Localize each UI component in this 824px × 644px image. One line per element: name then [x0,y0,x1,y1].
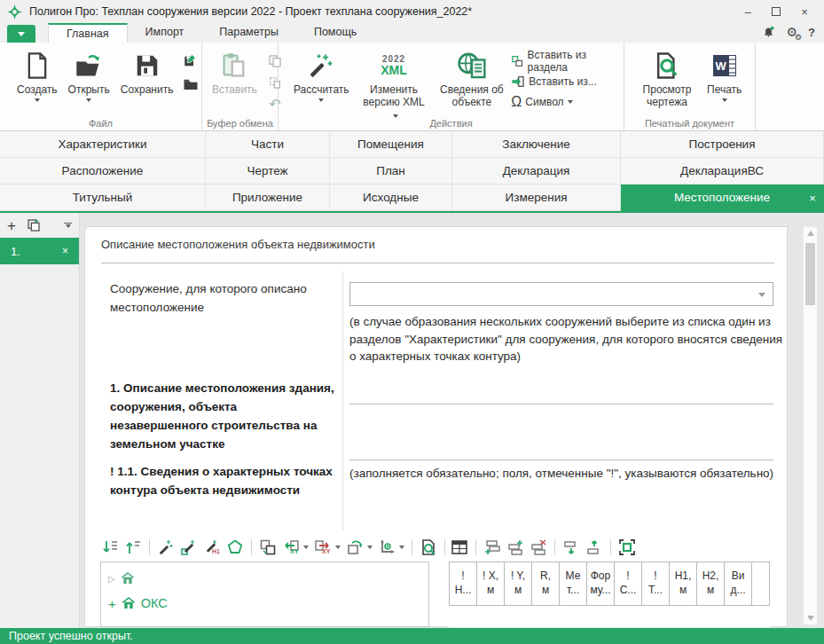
help-icon[interactable]: ? [808,26,815,39]
vertical-scrollbar[interactable] [803,226,818,625]
chevron-down-icon [18,32,25,36]
settings-gear-icon[interactable]: ⚙⚙ [786,25,797,39]
tree-item-label: ОКС [141,596,168,610]
open-button[interactable]: Открыть [64,46,114,105]
sidebar-tab-1[interactable]: 1. × [0,238,79,264]
add-section-button[interactable]: + [7,218,16,233]
dropdown-arrow-icon[interactable] [399,546,404,549]
drawing-preview-button[interactable]: Просмотр чертежа [633,46,701,112]
tab-close-button[interactable]: × [801,185,824,211]
tree-root-row[interactable]: ▷ [101,566,428,591]
move-row-up-button[interactable] [584,537,605,558]
structure-select[interactable] [349,282,773,306]
coordinate-axes-button[interactable] [376,537,397,558]
ribbon-group-actions: Рассчитать 2022 XML Изменить версию XML … [279,43,624,130]
dropdown-arrow-icon [35,98,40,102]
insert-points-below-icon [101,538,119,556]
new-document-icon [25,49,50,82]
ribbon-group-clipboard: Вставить ↶ Буфер обмена [202,43,279,130]
export-xy-button[interactable]: XY [312,537,334,558]
recent-files-button[interactable] [179,75,202,94]
panel-menu-button[interactable] [64,223,72,229]
rotate-contour-button[interactable] [344,537,365,558]
notifications-bell-icon[interactable] [762,26,775,39]
tab-izmereniya[interactable]: Измерения [452,185,621,211]
dropdown-arrow-icon[interactable] [367,546,373,549]
required-fields-hint: (заполняется обязательно; поля, отмеченн… [349,465,786,483]
tab-postroeniya[interactable]: Построения [621,131,824,158]
group-label-actions: Действия [279,118,624,129]
scroll-down-arrow[interactable] [804,616,817,621]
change-xml-version-button[interactable]: 2022 XML Изменить версию XML [356,46,433,123]
ribbon-group-file: Создать Открыть Сохранить [0,43,202,130]
tab-titulnyy[interactable]: Титульный [0,185,206,211]
dropdown-arrow-icon[interactable] [335,546,341,549]
tab-mestopolozhenie[interactable]: Местоположение [621,185,824,211]
insert-from-button[interactable]: Вставить из... [511,73,618,90]
tab-kharakteristiki[interactable]: Характеристики [0,131,206,158]
minimize-button[interactable]: – [735,3,760,20]
insert-points-below-button[interactable] [99,537,121,558]
location-line-field-1[interactable] [349,404,773,404]
scroll-up-arrow[interactable] [804,231,817,236]
object-info-button[interactable]: Сведения об объекте [434,46,509,112]
save-as-button[interactable] [179,51,202,71]
copy-contour-button[interactable] [257,537,279,558]
add-row-below-button[interactable] [482,537,503,558]
delete-row-button[interactable] [528,537,549,558]
col-x: ! X,м [476,562,505,606]
preview-contour-button[interactable] [418,537,439,558]
paste-button[interactable]: Вставить [208,46,262,99]
preview-magnifier-icon [654,49,680,82]
wand-height-icon [203,538,221,556]
table-view-button[interactable] [449,537,470,558]
insert-points-above-icon [124,538,142,556]
menu-tab-import[interactable]: Импорт [128,23,202,43]
folder-icon [183,76,199,92]
calc-height-wand-button[interactable]: H1 [201,537,223,558]
tab-iskhodnye[interactable]: Исходные [330,185,452,211]
panel-menu-icon [64,223,72,224]
close-button[interactable]: × [792,3,817,20]
tab-deklaratsiya[interactable]: Декларация [452,158,621,185]
duplicate-section-button[interactable] [27,218,41,232]
move-row-down-button[interactable] [561,537,582,558]
calc-wand-button[interactable] [155,537,177,558]
scrollbar-thumb[interactable] [805,243,815,305]
import-xy-icon [282,538,300,556]
ribbon: Создать Открыть Сохранить [0,43,824,131]
symbol-button[interactable]: Ω Символ [511,93,618,111]
tab-zaklyuchenie[interactable]: Заключение [452,131,621,158]
tab-prilozhenie[interactable]: Приложение [206,185,330,211]
tab-pomeshcheniya[interactable]: Помещения [330,131,452,158]
app-menu-button[interactable] [7,25,35,43]
add-row-above-button[interactable] [505,537,526,558]
location-line-field-2[interactable] [349,459,773,460]
menu-tab-pomosch[interactable]: Помощь [296,23,374,43]
polygon-button[interactable] [224,537,246,558]
tab-raspolozhenie[interactable]: Расположение [0,158,206,185]
maximize-button[interactable] [764,3,789,20]
tree-expander-icon[interactable]: ▷ [108,574,115,584]
menu-tab-parametry[interactable]: Параметры [201,23,296,43]
calculate-button[interactable]: Рассчитать [289,46,354,105]
dropdown-arrow-icon[interactable] [303,546,309,549]
rotate-contour-icon [346,538,364,556]
insert-points-above-button[interactable] [122,537,144,558]
menu-tab-glavnaya[interactable]: Главная [48,23,128,43]
tree-add-icon[interactable]: + [108,596,116,611]
insert-from-section-button[interactable]: Вставить из раздела [511,52,618,70]
calc-contour-wand-button[interactable] [178,537,200,558]
expand-table-button[interactable] [616,537,638,558]
tree-item-oks[interactable]: + ОКС [101,591,428,616]
import-xy-button[interactable]: XY [280,537,302,558]
create-button[interactable]: Создать [12,46,62,105]
save-button[interactable]: Сохранить [116,46,178,99]
tab-chertezh[interactable]: Чертеж [206,158,330,185]
tab-deklaratsiya-vs[interactable]: ДекларацияВС [621,158,824,185]
chevron-down-icon [758,293,765,297]
sidebar-tab-close-icon[interactable]: × [62,245,68,257]
tab-chasti[interactable]: Части [206,131,330,158]
print-button[interactable]: W Печать [702,46,746,105]
tab-plan[interactable]: План [330,158,452,185]
